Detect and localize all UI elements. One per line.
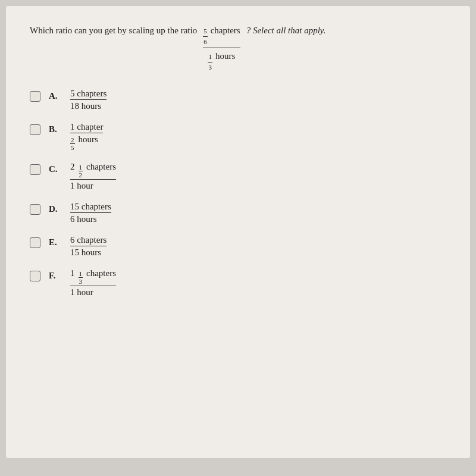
main-page: Which ratio can you get by scaling up th… xyxy=(6,6,470,458)
option-c-numerator: 2 1 2 chapters xyxy=(70,162,116,178)
ratio-numerator: 5 6 chapters xyxy=(203,24,240,46)
option-b-label: B. xyxy=(49,124,62,134)
option-d-numerator: 15 chapters xyxy=(70,202,111,212)
option-c-row: C. 2 1 2 chapters 1 hour xyxy=(30,162,446,191)
option-a-checkbox[interactable] xyxy=(30,91,40,102)
f-num-frac: 1 3 xyxy=(79,270,83,285)
option-e-row: E. 6 chapters 15 hours xyxy=(30,235,446,258)
c-num-frac: 1 2 xyxy=(79,164,83,178)
b-denom-frac: 2 5 xyxy=(70,136,75,151)
option-e-fraction: 6 chapters 15 hours xyxy=(70,235,107,258)
option-c-label: C. xyxy=(49,164,62,174)
option-f-fraction: 1 1 3 chapters 1 hour xyxy=(70,268,116,298)
option-d-checkbox[interactable] xyxy=(30,204,40,215)
option-d-row: D. 15 chapters 6 hours xyxy=(30,202,446,224)
ratio-den-unit: hours xyxy=(215,49,235,63)
option-e-label: E. xyxy=(49,237,62,248)
ratio-num-small-frac: 5 6 xyxy=(203,26,208,46)
ratio-den-small-frac: 1 3 xyxy=(208,52,212,72)
option-b-numerator: 1 chapter xyxy=(70,122,103,132)
option-f-denominator: 1 hour xyxy=(70,286,116,298)
option-b-row: B. 1 chapter 2 5 hours xyxy=(30,122,446,151)
question-prefix: Which ratio can you get by scaling up th… xyxy=(30,24,197,37)
option-d-fraction: 15 chapters 6 hours xyxy=(70,202,111,224)
option-c-denominator: 1 hour xyxy=(70,179,116,191)
option-b-fraction: 1 chapter 2 5 hours xyxy=(70,122,103,151)
option-c-checkbox[interactable] xyxy=(30,164,40,175)
option-f-numerator: 1 1 3 chapters xyxy=(70,268,116,285)
option-d-denominator: 6 hours xyxy=(70,212,111,224)
options-list: A. 5 chapters 18 hours B. 1 chapter 2 5 … xyxy=(30,89,446,298)
ratio-denominator: 1 3 hours xyxy=(208,48,235,72)
option-a-row: A. 5 chapters 18 hours xyxy=(30,89,446,111)
question-ratio: 5 6 chapters 1 3 hours xyxy=(203,24,240,72)
option-a-numerator: 5 chapters xyxy=(70,89,107,99)
option-f-label: F. xyxy=(49,271,62,281)
option-e-numerator: 6 chapters xyxy=(70,235,107,245)
question-header: Which ratio can you get by scaling up th… xyxy=(30,24,446,72)
option-f-row: F. 1 1 3 chapters 1 hour xyxy=(30,268,446,298)
ratio-num-unit: chapters xyxy=(211,24,240,37)
option-a-denominator: 18 hours xyxy=(70,99,107,111)
option-b-denominator: 2 5 hours xyxy=(70,133,103,151)
option-f-checkbox[interactable] xyxy=(30,271,40,281)
option-a-fraction: 5 chapters 18 hours xyxy=(70,89,107,111)
option-d-label: D. xyxy=(49,204,62,214)
option-b-checkbox[interactable] xyxy=(30,124,40,135)
option-e-checkbox[interactable] xyxy=(30,237,40,248)
select-all-text: ? Select all that apply. xyxy=(246,24,326,37)
option-e-denominator: 15 hours xyxy=(70,246,107,258)
option-a-label: A. xyxy=(49,91,62,101)
option-c-fraction: 2 1 2 chapters 1 hour xyxy=(70,162,116,191)
